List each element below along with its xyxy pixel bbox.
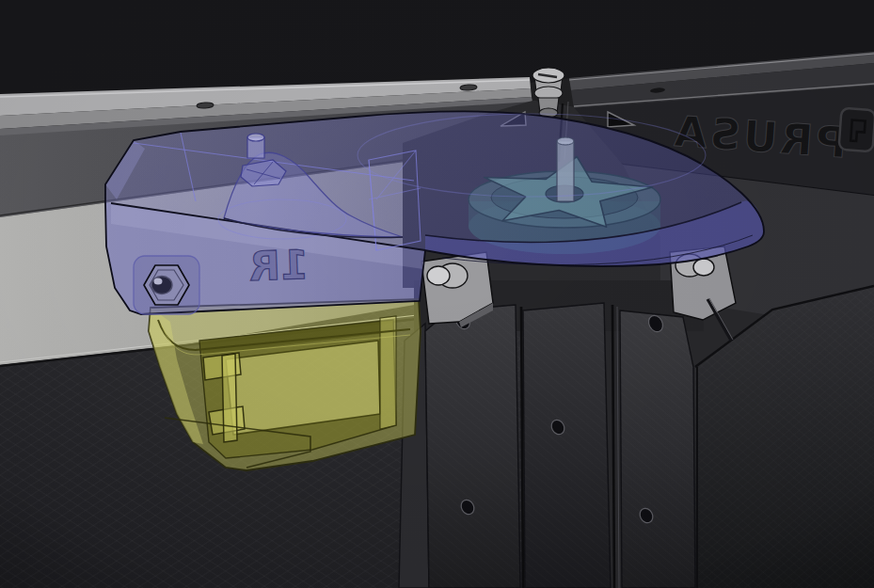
vignette-overlay: [0, 0, 874, 588]
render-canvas: PRUSA: [0, 0, 874, 588]
cad-3d-viewport[interactable]: PRUSA: [0, 0, 874, 588]
